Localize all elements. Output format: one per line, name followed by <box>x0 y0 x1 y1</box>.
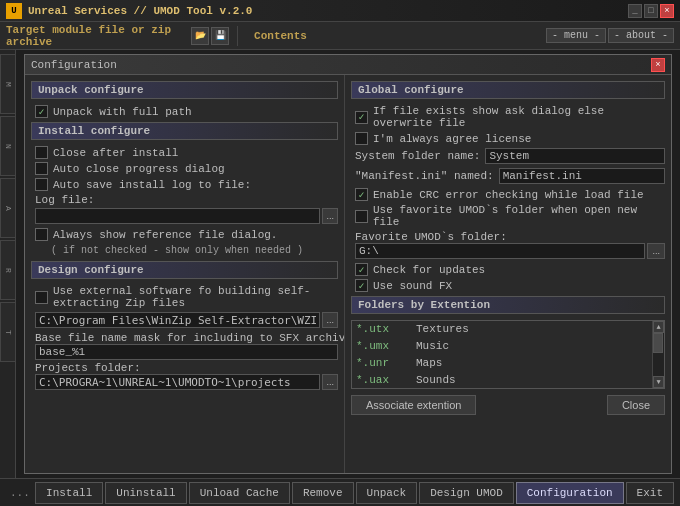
enable-crc-row[interactable]: Enable CRC error checking while load fil… <box>351 188 665 201</box>
assoc-close-row[interactable]: Associate extention Close <box>351 395 665 415</box>
close-after-install-label: Close after install <box>53 147 178 159</box>
associate-extention-button[interactable]: Associate extention <box>351 395 476 415</box>
tab-configuration[interactable]: Configuration <box>516 482 624 504</box>
tab-unload-cache[interactable]: Unload Cache <box>189 482 290 504</box>
save-icon[interactable]: 💾 <box>211 27 229 45</box>
use-ext-software-label: Use external software fo building self-e… <box>53 285 338 309</box>
enable-crc-checkbox[interactable] <box>355 188 368 201</box>
manifest-input[interactable] <box>499 168 665 184</box>
about-button[interactable]: - about - <box>608 28 674 43</box>
title-bar-controls[interactable]: _ □ × <box>628 4 674 18</box>
side-tab-r[interactable]: R <box>0 240 16 300</box>
folder-music: Music <box>416 340 648 352</box>
ext-row-umx[interactable]: *.umx Music <box>352 338 652 355</box>
log-file-input-row[interactable]: ... <box>35 208 338 224</box>
if-file-exists-label: If file exists show ask dialog else over… <box>373 105 665 129</box>
if-file-exists-row[interactable]: If file exists show ask dialog else over… <box>351 105 665 129</box>
check-updates-checkbox[interactable] <box>355 263 368 276</box>
check-updates-row[interactable]: Check for updates <box>351 263 665 276</box>
scroll-thumb[interactable] <box>653 333 663 353</box>
use-ext-software-checkbox[interactable] <box>35 291 48 304</box>
ext-software-browse-button[interactable]: ... <box>322 312 338 328</box>
use-favorite-checkbox[interactable] <box>355 210 368 223</box>
always-agree-row[interactable]: I'm always agree license <box>351 132 665 145</box>
config-columns: Unpack configure Unpack with full path I… <box>25 75 671 473</box>
menu-button[interactable]: - menu - <box>546 28 606 43</box>
close-after-install-checkbox[interactable] <box>35 146 48 159</box>
side-tab-m[interactable]: M <box>0 54 16 114</box>
close-after-install-row[interactable]: Close after install <box>31 146 338 159</box>
tab-exit[interactable]: Exit <box>626 482 674 504</box>
fav-folder-browse-button[interactable]: ... <box>647 243 665 259</box>
side-tab-n[interactable]: N <box>0 116 16 176</box>
always-show-ref-row[interactable]: Always show reference file dialog. <box>31 228 338 241</box>
close-dialog-button[interactable]: Close <box>607 395 665 415</box>
close-button[interactable]: × <box>660 4 674 18</box>
log-file-input[interactable] <box>35 208 320 224</box>
projects-folder-browse-button[interactable]: ... <box>322 374 338 390</box>
auto-save-log-label: Auto save install log to file: <box>53 179 251 191</box>
bottom-tabs[interactable]: Install Uninstall Unload Cache Remove Un… <box>35 482 674 504</box>
ext-row-uax[interactable]: *.uax Sounds <box>352 372 652 388</box>
always-show-ref-checkbox[interactable] <box>35 228 48 241</box>
target-label: Target module file or zip archive <box>6 24 187 48</box>
auto-save-log-row[interactable]: Auto save install log to file: <box>31 178 338 191</box>
ext-list: *.utx Textures *.umx Music *.unr Maps <box>352 321 652 388</box>
folder-sounds: Sounds <box>416 374 648 386</box>
use-sound-fx-checkbox[interactable] <box>355 279 368 292</box>
open-file-icon[interactable]: 📂 <box>191 27 209 45</box>
minimize-button[interactable]: _ <box>628 4 642 18</box>
tab-uninstall[interactable]: Uninstall <box>105 482 186 504</box>
manifest-row[interactable]: "Manifest.ini" named: <box>351 168 665 184</box>
auto-save-log-checkbox[interactable] <box>35 178 48 191</box>
auto-close-progress-row[interactable]: Auto close progress dialog <box>31 162 338 175</box>
config-close-button[interactable]: × <box>651 58 665 72</box>
projects-folder-input[interactable] <box>35 374 320 390</box>
log-file-browse-button[interactable]: ... <box>322 208 338 224</box>
auto-close-progress-checkbox[interactable] <box>35 162 48 175</box>
scroll-up-button[interactable]: ▲ <box>653 321 664 333</box>
config-title: Configuration <box>31 59 117 71</box>
projects-folder-row[interactable]: ... <box>35 374 338 390</box>
tab-remove[interactable]: Remove <box>292 482 354 504</box>
config-dialog: Configuration × Unpack configure Unpack … <box>24 54 672 474</box>
system-folder-label: System folder name: <box>355 150 480 162</box>
use-ext-software-row[interactable]: Use external software fo building self-e… <box>31 285 338 309</box>
use-sound-fx-row[interactable]: Use sound FX <box>351 279 665 292</box>
log-file-label: Log file: <box>35 194 338 206</box>
manifest-label: "Manifest.ini" named: <box>355 170 494 182</box>
scroll-track <box>653 333 664 376</box>
tab-unpack[interactable]: Unpack <box>356 482 418 504</box>
tab-design-umod[interactable]: Design UMOD <box>419 482 514 504</box>
unpack-fullpath-row[interactable]: Unpack with full path <box>31 105 338 118</box>
system-folder-input[interactable] <box>485 148 665 164</box>
use-favorite-row[interactable]: Use favorite UMOD`s folder when open new… <box>351 204 665 228</box>
side-tab-a[interactable]: A <box>0 178 16 238</box>
ext-scrollbar[interactable]: ▲ ▼ <box>652 321 664 388</box>
scroll-down-button[interactable]: ▼ <box>653 376 664 388</box>
ref-note: ( if not checked - show only when needed… <box>31 244 338 257</box>
side-tab-t[interactable]: T <box>0 302 16 362</box>
unpack-fullpath-checkbox[interactable] <box>35 105 48 118</box>
ext-row-unr[interactable]: *.unr Maps <box>352 355 652 372</box>
if-file-exists-checkbox[interactable] <box>355 111 368 124</box>
dots-indicator: ... <box>6 487 34 499</box>
contents-label: Contents <box>246 30 307 42</box>
base-mask-input[interactable] <box>35 344 338 360</box>
fav-folder-input[interactable] <box>355 243 645 259</box>
always-agree-checkbox[interactable] <box>355 132 368 145</box>
ext-software-path-input[interactable] <box>35 312 320 328</box>
title-bar-left: U Unreal Services // UMOD Tool v.2.0 <box>6 3 252 19</box>
enable-crc-label: Enable CRC error checking while load fil… <box>373 189 644 201</box>
tab-install[interactable]: Install <box>35 482 103 504</box>
log-file-section: Log file: ... <box>31 194 338 224</box>
system-folder-row[interactable]: System folder name: <box>351 148 665 164</box>
global-section-header: Global configure <box>351 81 665 99</box>
ext-row-utx[interactable]: *.utx Textures <box>352 321 652 338</box>
maximize-button[interactable]: □ <box>644 4 658 18</box>
toolbar-icons[interactable]: 📂 💾 <box>191 27 229 45</box>
ext-software-path-row[interactable]: ... <box>35 312 338 328</box>
menu-about-area[interactable]: - menu - - about - <box>546 28 674 43</box>
unpack-fullpath-label: Unpack with full path <box>53 106 192 118</box>
fav-folder-row[interactable]: ... <box>355 243 665 259</box>
